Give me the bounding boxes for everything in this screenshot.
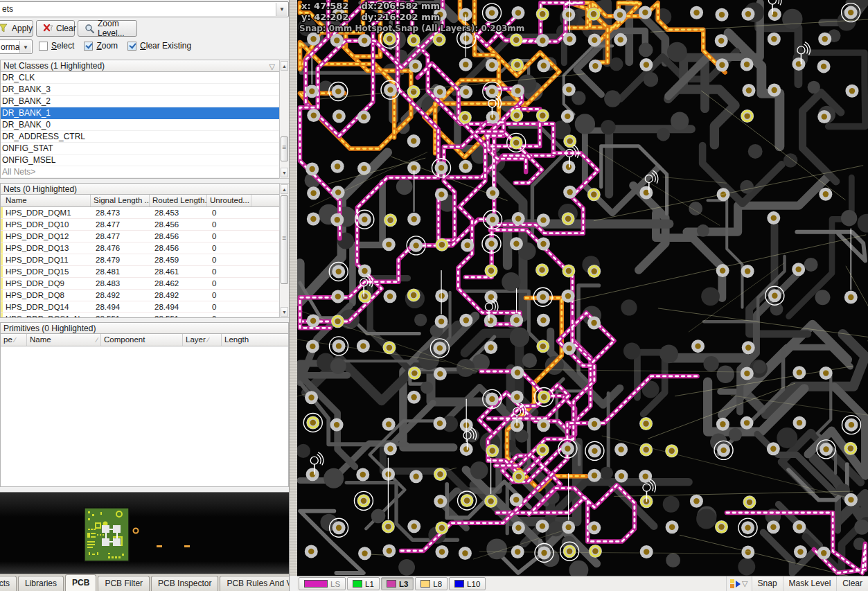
layer-tab-l8[interactable]: L8 [415,577,448,590]
sort-icon: ∕ [96,334,98,346]
clear-label: Clear [56,24,76,33]
sort-icon: ∕ [208,336,209,344]
filter-icon[interactable]: ▽ [742,579,747,588]
col-routed-length[interactable]: Routed Length...∕ [150,195,207,206]
clear-existing-label: Clear Existing [140,41,191,51]
col-signal-length[interactable]: Signal Length ... [91,195,150,206]
unrouted: 0 [209,231,254,242]
table-row[interactable]: HPS_DDR_DQ1328.47628.4560 [1,242,279,254]
routed-length: 28.494 [152,301,209,312]
scroll-up-icon[interactable]: ▲ [281,61,288,71]
table-row[interactable]: HPS_DDR_DQ1228.47728.4560 [1,231,279,242]
pcb-editor-viewport[interactable] [297,0,868,576]
board-preview-panel[interactable] [0,492,290,574]
mask-level-button[interactable]: Mask Level [783,576,837,591]
layer-tab-l10[interactable]: L10 [449,577,486,590]
play-icon[interactable] [736,581,741,588]
tab-pcb[interactable]: PCB [65,574,96,591]
col-name[interactable]: Name∕ [27,334,101,346]
col-layer[interactable]: Layer∕ [183,334,222,346]
pcb-canvas[interactable] [297,0,868,576]
net-name: HPS_DDR_DQM1 [3,207,93,218]
signal-length: 28.479 [93,254,152,265]
net-class-item[interactable]: DR_ADDRESS_CTRL [1,131,279,143]
col-length[interactable]: Length [222,334,277,346]
nets-scrollbar[interactable]: ▲ ▼ [279,183,290,318]
net-classes-scrollbar[interactable]: ▲ ▼ [279,60,290,179]
net-class-item[interactable]: DR_BANK_2 [1,96,279,107]
zoom-level-button[interactable]: Zoom Level... [78,20,137,37]
routed-length: 28.456 [152,231,209,242]
nets-table-body: HPS_DDR_DQM128.47328.4530 HPS_DDR_DQ1028… [0,207,280,318]
net-class-item[interactable]: DR_BANK_3 [1,84,279,96]
net-class-item[interactable]: DR_BANK_0 [1,119,279,131]
select-checkbox[interactable]: Select [39,41,74,51]
table-row[interactable]: HPS_DDR_DQ1428.49428.4940 [1,301,279,313]
layer-tab-l3[interactable]: L3 [381,577,414,590]
chevron-down-icon[interactable]: ▼ [19,41,31,53]
signal-length: 28.492 [93,290,152,301]
net-class-item-selected[interactable]: DR_BANK_1 [1,107,279,119]
col-unrouted[interactable]: Unrouted... [207,195,251,206]
net-name: HPS_DDR_DQ11 [3,254,93,265]
table-row[interactable]: HPS_DDR_DQS1_N28.55128.5510 [1,313,279,318]
zoom-label: Zoom [96,41,118,51]
checkbox-box[interactable] [127,42,136,51]
zoom-level-label: Zoom Level... [98,19,130,38]
document-tab-bar: ects Libraries PCB PCB Filter PCB Inspec… [0,574,290,591]
tab-pcb-inspector[interactable]: PCB Inspector [151,576,218,591]
scroll-up-icon[interactable]: ▲ [281,184,288,194]
clear-button[interactable]: Clear [36,20,75,37]
clear-mask-button[interactable]: Clear [836,576,868,591]
primitives-column-headers: pe∕ Name∕ Component Layer∕ Length [0,334,289,346]
panel-splitter[interactable] [290,0,297,576]
col-component[interactable]: Component [101,334,183,346]
panel-mode-dropdown[interactable]: ets ▼ [0,1,289,17]
pcb-panel: ets ▼ Apply Clear Zoom Level... ormal ▼ [0,0,290,591]
sort-icon: ∕ [15,336,16,344]
checkbox-box[interactable] [84,42,93,51]
unrouted: 0 [209,313,254,318]
tab-libraries[interactable]: Libraries [18,576,64,591]
layer-tab-ls[interactable]: LS [299,577,346,590]
highlight-mode-dropdown[interactable]: ormal ▼ [0,39,33,54]
layer-color-swatch [420,580,430,588]
net-class-item[interactable]: ONFIG_MSEL [1,155,279,166]
tab-pcb-rules-violations[interactable]: PCB Rules And Violations [220,576,290,591]
signal-length: 28.483 [93,278,152,289]
table-row[interactable]: HPS_DDR_DQ928.48328.4620 [1,278,279,290]
table-row[interactable]: HPS_DDR_DQ1528.48128.4610 [1,266,279,278]
chevron-down-icon[interactable]: ▼ [276,3,287,16]
snap-button[interactable]: Snap [752,576,783,591]
table-row[interactable]: HPS_DDR_DQ1028.47728.4560 [1,219,279,231]
signal-length: 28.477 [93,231,152,242]
filter-icon[interactable]: ▽ [269,61,275,72]
col-type[interactable]: pe∕ [1,334,27,346]
select-label: Select [51,41,74,51]
tab-pcb-filter[interactable]: PCB Filter [98,576,150,591]
zoom-checkbox[interactable]: Zoom [84,41,118,51]
scroll-down-icon[interactable]: ▼ [281,168,288,177]
scrollbar-thumb[interactable] [281,195,288,284]
clear-existing-checkbox[interactable]: Clear Existing [127,41,191,51]
unrouted: 0 [209,219,254,230]
tab-projects[interactable]: ects [0,576,17,591]
unrouted: 0 [209,207,254,218]
table-row[interactable]: HPS_DDR_DQM128.47328.4530 [1,207,279,219]
grid-snap-icon[interactable] [730,579,734,588]
net-class-item[interactable]: DR_CLK [1,72,279,84]
apply-button[interactable]: Apply [0,20,33,37]
net-class-item[interactable]: ONFIG_STAT [1,143,279,155]
unrouted: 0 [209,242,254,254]
clear-filter-icon [43,24,53,33]
table-row[interactable]: HPS_DDR_DQ1128.47928.4590 [1,254,279,266]
table-row[interactable]: HPS_DDR_DQ828.49228.4920 [1,290,279,301]
scroll-down-icon[interactable]: ▼ [281,307,288,317]
net-class-item-all-nets[interactable]: All Nets> [1,166,279,178]
scrollbar-thumb[interactable] [281,136,288,161]
layer-tab-l1[interactable]: L1 [347,577,380,590]
panel-mode-value: ets [2,4,13,14]
col-name[interactable]: Name [1,195,91,206]
net-name: HPS_DDR_DQ13 [3,242,93,254]
checkbox-box[interactable] [39,42,48,51]
